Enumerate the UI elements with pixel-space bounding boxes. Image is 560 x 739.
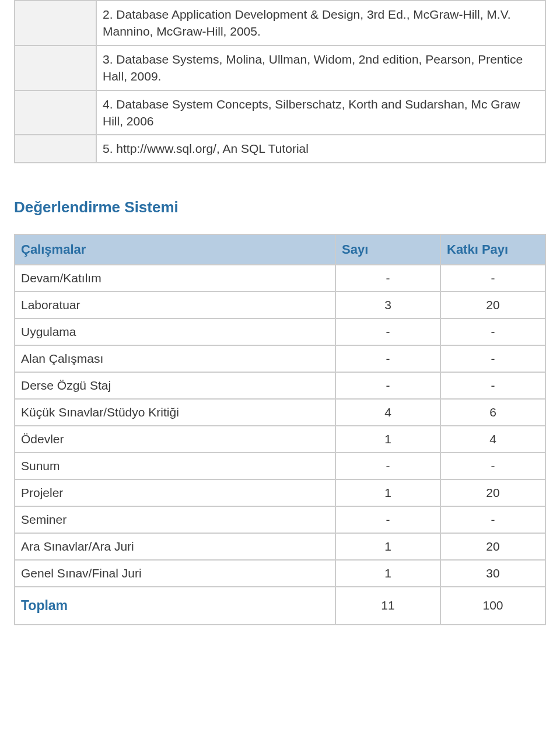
eval-count: 1 bbox=[335, 560, 440, 587]
eval-header-calismalar: Çalışmalar bbox=[15, 234, 335, 265]
eval-row: Ara Sınavlar/Ara Juri 1 20 bbox=[15, 533, 545, 560]
eval-count: - bbox=[335, 318, 440, 345]
eval-weight: 20 bbox=[440, 479, 545, 506]
eval-weight: - bbox=[440, 345, 545, 372]
reference-leftcell bbox=[15, 1, 96, 45]
eval-row: Alan Çalışması - - bbox=[15, 345, 545, 372]
reference-row: 3. Database Systems, Molina, Ullman, Wid… bbox=[15, 45, 545, 90]
reference-leftcell bbox=[15, 45, 96, 90]
eval-row: Genel Sınav/Final Juri 1 30 bbox=[15, 560, 545, 587]
eval-weight: - bbox=[440, 453, 545, 479]
eval-row: Seminer - - bbox=[15, 506, 545, 533]
eval-count: - bbox=[335, 345, 440, 372]
eval-label: Devam/Katılım bbox=[15, 265, 335, 292]
eval-count: - bbox=[335, 453, 440, 479]
eval-row: Uygulama - - bbox=[15, 318, 545, 345]
eval-row: Projeler 1 20 bbox=[15, 479, 545, 506]
eval-weight: 20 bbox=[440, 533, 545, 560]
eval-count: 3 bbox=[335, 292, 440, 318]
eval-label: Projeler bbox=[15, 479, 335, 506]
eval-total-weight: 100 bbox=[440, 587, 545, 625]
eval-count: - bbox=[335, 265, 440, 292]
eval-label: Laboratuar bbox=[15, 292, 335, 318]
eval-header-row: Çalışmalar Sayı Katkı Payı bbox=[15, 234, 545, 265]
eval-label: Ödevler bbox=[15, 426, 335, 453]
section-title: Değerlendirme Sistemi bbox=[14, 198, 546, 216]
eval-weight: 4 bbox=[440, 426, 545, 453]
eval-row: Derse Özgü Staj - - bbox=[15, 372, 545, 399]
reference-text: 2. Database Application Development & De… bbox=[96, 1, 545, 45]
eval-row: Ödevler 1 4 bbox=[15, 426, 545, 453]
eval-label: Küçük Sınavlar/Stüdyo Kritiği bbox=[15, 399, 335, 426]
eval-label: Seminer bbox=[15, 506, 335, 533]
eval-weight: 30 bbox=[440, 560, 545, 587]
eval-weight: - bbox=[440, 506, 545, 533]
reference-text: 5. http://www.sql.org/, An SQL Tutorial bbox=[96, 135, 545, 162]
reference-text: 3. Database Systems, Molina, Ullman, Wid… bbox=[96, 45, 545, 90]
reference-row: 5. http://www.sql.org/, An SQL Tutorial bbox=[15, 135, 545, 162]
eval-count: - bbox=[335, 372, 440, 399]
reference-row: 4. Database System Concepts, Silberschat… bbox=[15, 90, 545, 135]
eval-count: 4 bbox=[335, 399, 440, 426]
eval-weight: - bbox=[440, 318, 545, 345]
eval-count: 1 bbox=[335, 533, 440, 560]
eval-total-label: Toplam bbox=[15, 587, 335, 625]
eval-label: Genel Sınav/Final Juri bbox=[15, 560, 335, 587]
eval-label: Uygulama bbox=[15, 318, 335, 345]
eval-count: - bbox=[335, 506, 440, 533]
eval-weight: - bbox=[440, 372, 545, 399]
eval-weight: - bbox=[440, 265, 545, 292]
eval-label: Sunum bbox=[15, 453, 335, 479]
eval-row: Devam/Katılım - - bbox=[15, 265, 545, 292]
eval-weight: 20 bbox=[440, 292, 545, 318]
eval-header-sayi: Sayı bbox=[335, 234, 440, 265]
eval-count: 1 bbox=[335, 479, 440, 506]
reference-text: 4. Database System Concepts, Silberschat… bbox=[96, 90, 545, 135]
eval-total-row: Toplam 11 100 bbox=[15, 587, 545, 625]
eval-total-count: 11 bbox=[335, 587, 440, 625]
eval-row: Sunum - - bbox=[15, 453, 545, 479]
eval-row: Laboratuar 3 20 bbox=[15, 292, 545, 318]
eval-count: 1 bbox=[335, 426, 440, 453]
eval-header-katki: Katkı Payı bbox=[440, 234, 545, 265]
references-table: 2. Database Application Development & De… bbox=[14, 0, 546, 163]
eval-label: Ara Sınavlar/Ara Juri bbox=[15, 533, 335, 560]
evaluation-table: Çalışmalar Sayı Katkı Payı Devam/Katılım… bbox=[14, 234, 546, 625]
reference-row: 2. Database Application Development & De… bbox=[15, 1, 545, 45]
eval-weight: 6 bbox=[440, 399, 545, 426]
reference-leftcell bbox=[15, 90, 96, 135]
eval-label: Derse Özgü Staj bbox=[15, 372, 335, 399]
eval-label: Alan Çalışması bbox=[15, 345, 335, 372]
reference-leftcell bbox=[15, 135, 96, 162]
eval-row: Küçük Sınavlar/Stüdyo Kritiği 4 6 bbox=[15, 399, 545, 426]
